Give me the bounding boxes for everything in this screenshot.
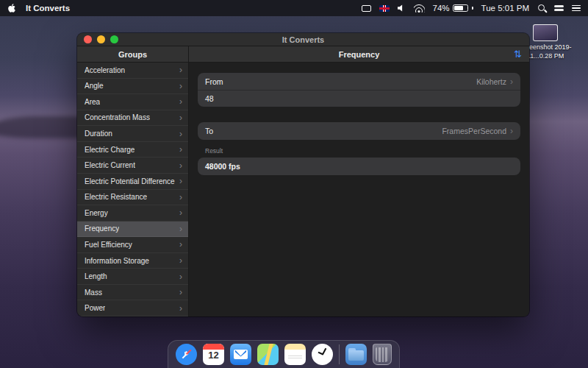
sidebar-item-electric-charge[interactable]: Electric Charge	[77, 142, 188, 158]
menu-clock[interactable]: Tue 5:01 PM	[481, 4, 529, 13]
to-unit-value: FramesPerSecond	[442, 127, 506, 135]
chevron-right-icon	[176, 256, 182, 265]
sidebar-item-label: Power	[85, 304, 105, 312]
dock-icon-clock[interactable]	[312, 344, 333, 365]
sidebar-item-acceleration[interactable]: Acceleration	[77, 63, 188, 79]
sidebar-item-label: Electric Resistance	[85, 193, 147, 201]
to-card: To FramesPerSecond	[198, 122, 520, 140]
screenshot-thumbnail-icon	[533, 24, 558, 41]
close-button[interactable]	[84, 35, 92, 43]
result-value: 48000 fps	[205, 162, 240, 171]
sidebar-item-label: Area	[85, 98, 100, 106]
zoom-button[interactable]	[110, 35, 118, 43]
from-unit-value: Kilohertz	[476, 77, 506, 86]
sidebar-item-electric-potential-difference[interactable]: Electric Potential Difference	[77, 174, 188, 190]
from-card: From Kilohertz 48	[198, 73, 520, 107]
chevron-right-icon	[176, 145, 182, 154]
chevron-right-icon	[510, 77, 513, 86]
chevron-right-icon	[176, 272, 182, 281]
from-value-row[interactable]: 48	[198, 90, 520, 107]
result-label: Result	[205, 147, 520, 155]
dock-icon-maps[interactable]	[257, 344, 279, 365]
notification-list-icon[interactable]	[572, 5, 581, 12]
dock-icon-notes[interactable]	[284, 344, 306, 365]
swap-units-icon[interactable]: ⇅	[514, 46, 522, 62]
chevron-right-icon	[176, 304, 182, 313]
chevron-right-icon	[176, 82, 182, 91]
dock-icon-trash[interactable]	[373, 344, 392, 365]
sidebar-item-label: Information Storage	[85, 257, 149, 265]
dock-icon-safari[interactable]	[176, 344, 197, 365]
app-window: It Converts Groups Acceleration Angle Ar…	[77, 33, 529, 316]
converter-content: From Kilohertz 48 To FramesPerSecond	[189, 63, 529, 316]
chevron-right-icon	[176, 240, 182, 249]
sidebar-item-fuel-efficiency[interactable]: Fuel Efficiency	[77, 237, 188, 253]
sidebar-item-length[interactable]: Length	[77, 269, 188, 285]
dock-icon-downloads[interactable]	[345, 344, 367, 365]
sidebar-item-information-storage[interactable]: Information Storage	[77, 253, 188, 269]
sidebar-item-mass[interactable]: Mass	[77, 285, 188, 301]
chevron-right-icon	[176, 177, 182, 185]
sidebar-item-label: Concentration Mass	[85, 113, 150, 121]
sidebar-item-label: Duration	[85, 130, 112, 138]
chevron-right-icon	[176, 66, 182, 74]
menu-bar: It Converts 74% Tue 5:01 PM	[0, 0, 588, 16]
chevron-right-icon	[176, 208, 182, 217]
search-icon[interactable]	[537, 4, 546, 13]
chevron-right-icon	[176, 97, 182, 106]
sidebar-item-frequency[interactable]: Frequency	[77, 222, 188, 238]
detail-panel: Frequency ⇅ From Kilohertz 48 To	[189, 46, 529, 316]
detail-header-title: Frequency	[339, 50, 380, 59]
chevron-right-icon	[176, 193, 182, 202]
battery-icon	[453, 4, 468, 12]
to-label: To	[205, 127, 213, 135]
control-center-icon[interactable]	[554, 5, 564, 12]
dock-icon-calendar[interactable]: 12	[203, 344, 224, 365]
sidebar-item-label: Electric Potential Difference	[85, 177, 175, 185]
app-menu-title[interactable]: It Converts	[26, 4, 70, 13]
sidebar-item-power[interactable]: Power	[77, 300, 188, 316]
sidebar-item-label: Mass	[85, 289, 102, 297]
sidebar-item-label: Length	[85, 272, 107, 280]
wifi-icon[interactable]	[414, 4, 425, 13]
battery-status[interactable]: 74%	[433, 4, 473, 13]
minimize-button[interactable]	[97, 35, 105, 43]
sidebar-item-label: Fuel Efficiency	[85, 241, 132, 249]
sidebar-item-label: Acceleration	[85, 66, 125, 74]
result-row: 48000 fps	[198, 158, 520, 175]
sidebar: Groups Acceleration Angle Area Concentra…	[77, 46, 189, 316]
sidebar-item-concentration-mass[interactable]: Concentration Mass	[77, 110, 188, 127]
dock-icon-mail[interactable]	[230, 344, 251, 365]
sidebar-list: Acceleration Angle Area Concentration Ma…	[77, 63, 188, 316]
titlebar[interactable]: It Converts	[77, 33, 529, 46]
sidebar-item-label: Electric Current	[85, 161, 135, 169]
chevron-right-icon	[176, 161, 182, 170]
sidebar-item-angle[interactable]: Angle	[77, 79, 188, 95]
sidebar-header: Groups	[77, 46, 188, 63]
sidebar-item-label: Frequency	[85, 224, 119, 233]
chevron-right-icon	[176, 130, 182, 138]
dock-divider	[339, 344, 340, 364]
apple-logo-icon[interactable]	[7, 3, 16, 13]
sidebar-item-electric-current[interactable]: Electric Current	[77, 158, 188, 174]
sidebar-item-label: Electric Charge	[85, 146, 135, 154]
battery-cap	[472, 7, 473, 10]
chevron-right-icon	[510, 127, 513, 135]
dock-icon-glyph: 12	[203, 350, 224, 361]
dock-right	[345, 344, 392, 365]
dock: 12	[168, 340, 400, 368]
screen-mirroring-icon[interactable]	[362, 5, 371, 12]
from-value-input[interactable]: 48	[205, 94, 214, 103]
to-unit-row[interactable]: To FramesPerSecond	[198, 122, 520, 140]
from-unit-row[interactable]: From Kilohertz	[198, 73, 520, 90]
from-label: From	[205, 77, 223, 86]
dock-apps: 12	[176, 344, 333, 365]
sidebar-item-electric-resistance[interactable]: Electric Resistance	[77, 190, 188, 206]
volume-icon[interactable]	[398, 4, 406, 12]
sidebar-item-area[interactable]: Area	[77, 94, 188, 110]
sidebar-item-duration[interactable]: Duration	[77, 126, 188, 142]
input-source-flag-icon[interactable]	[379, 5, 390, 12]
detail-header: Frequency ⇅	[189, 46, 529, 63]
sidebar-item-energy[interactable]: Energy	[77, 205, 188, 222]
chevron-right-icon	[176, 224, 182, 233]
